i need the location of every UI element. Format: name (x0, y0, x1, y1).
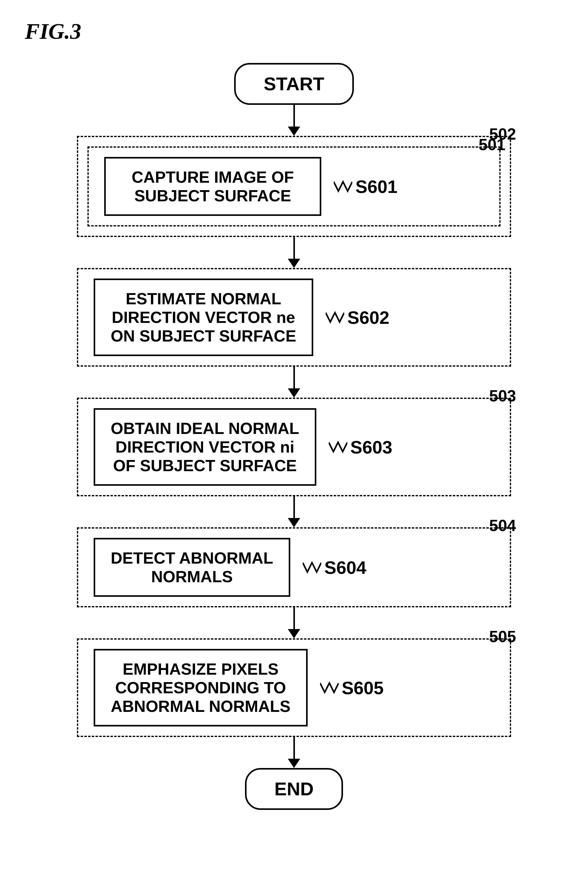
arrow-start-to-s601 (288, 105, 300, 136)
dashed-container-504: 504 DETECT ABNORMAL NORMALS S604 (77, 527, 511, 608)
process-s605: EMPHASIZE PIXELS CORRESPONDING TO ABNORM… (94, 649, 308, 726)
ref-501: 501 (479, 135, 506, 154)
process-s604: DETECT ABNORMAL NORMALS (94, 538, 290, 597)
ref-504: 504 (489, 516, 516, 535)
zigzag-s602-icon (326, 310, 344, 325)
start-terminal: START (234, 63, 354, 105)
ref-505: 505 (489, 627, 516, 646)
arrow-s604-to-s605 (288, 608, 300, 638)
step-label-s603: S603 (329, 437, 392, 458)
section-s601-wrapper: 502 501 CAPTURE IMAGE OF SUBJECT SURFACE (77, 136, 511, 237)
section-s602-wrapper: ESTIMATE NORMAL DIRECTION VECTOR ne ON S… (77, 268, 511, 367)
section-s604-wrapper: 504 DETECT ABNORMAL NORMALS S604 (77, 527, 511, 608)
section-s605-wrapper: 505 EMPHASIZE PIXELS CORRESPONDING TO AB… (77, 638, 511, 737)
zigzag-s601-icon (334, 179, 352, 194)
dashed-container-502: 502 501 CAPTURE IMAGE OF SUBJECT SURFACE (77, 136, 511, 237)
zigzag-s605-icon (320, 680, 339, 696)
arrow-s605-to-end (288, 737, 300, 768)
step-label-s604: S604 (303, 557, 366, 578)
step-label-s601: S601 (334, 176, 397, 197)
process-s602: ESTIMATE NORMAL DIRECTION VECTOR ne ON S… (94, 278, 313, 356)
zigzag-s604-icon (303, 560, 321, 575)
dashed-container-503: 503 OBTAIN IDEAL NORMAL DIRECTION VECTOR… (77, 398, 511, 496)
figure-title: FIG.3 (25, 19, 563, 44)
process-s601: CAPTURE IMAGE OF SUBJECT SURFACE (104, 157, 321, 216)
end-terminal: END (245, 768, 343, 810)
arrow-s603-to-s604 (288, 496, 300, 527)
arrow-s602-to-s603 (288, 367, 300, 398)
page: FIG.3 START 502 501 (0, 0, 588, 871)
zigzag-s603-icon (329, 439, 347, 455)
ref-503: 503 (489, 386, 516, 405)
dashed-container-505: 505 EMPHASIZE PIXELS CORRESPONDING TO AB… (77, 638, 511, 737)
step-label-s605: S605 (320, 678, 384, 698)
dashed-container-501: 501 CAPTURE IMAGE OF SUBJECT SURFACE S60… (87, 147, 501, 226)
arrow-s601-to-s602 (288, 237, 300, 268)
dashed-container-s602: ESTIMATE NORMAL DIRECTION VECTOR ne ON S… (77, 268, 511, 367)
section-s603-wrapper: 503 OBTAIN IDEAL NORMAL DIRECTION VECTOR… (77, 398, 511, 496)
process-s603: OBTAIN IDEAL NORMAL DIRECTION VECTOR ni … (94, 408, 316, 486)
flowchart: START 502 501 CAPTURE (25, 63, 563, 810)
step-label-s602: S602 (326, 307, 389, 328)
